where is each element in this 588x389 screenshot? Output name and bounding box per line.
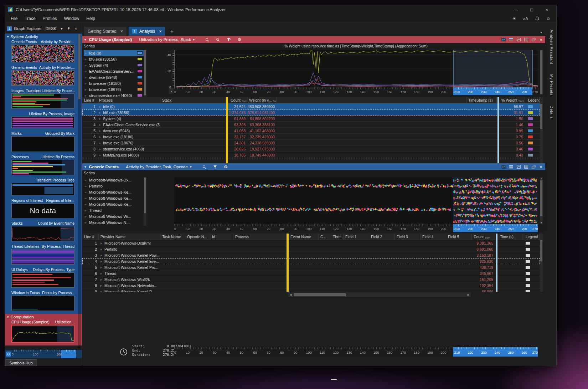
undock-icon[interactable]	[531, 164, 536, 169]
settings-icon[interactable]: ⚙	[223, 164, 228, 169]
table-row[interactable]: 1▹Microsoft-Windows-DxgKrnl9,381,365	[82, 240, 540, 246]
scrollbar-thumb[interactable]	[144, 50, 146, 95]
graph-item-marks[interactable]: MarksGrouped By Mark	[5, 131, 82, 155]
graph-thumbnail-red_bars[interactable]	[11, 272, 74, 288]
graph-thumbnail-empty[interactable]	[11, 136, 74, 152]
graph-thumbnail-nodata[interactable]: No data	[11, 203, 74, 218]
right-tab-analysis-assistant[interactable]: Analysis Assistant	[548, 26, 556, 67]
menu-profiles[interactable]: Profiles	[39, 15, 61, 22]
series-row-brave-exe-18676[interactable]: ▹brave.exe (18676)	[84, 86, 144, 92]
time-column-divider[interactable]	[497, 97, 499, 163]
close-tab-icon[interactable]: ×	[159, 29, 161, 34]
scrollbar-thumb[interactable]	[78, 34, 81, 99]
close-button[interactable]: ×	[539, 5, 554, 14]
series-splitter-chevron[interactable]: ›	[169, 88, 174, 94]
graph-item-window-in-focus[interactable]: Window in FocusFocus by Process...	[5, 291, 82, 314]
expander-icon[interactable]: ▹	[85, 190, 88, 194]
graph-thumbnail-proc_bars[interactable]	[11, 160, 74, 175]
expander-icon[interactable]: ▹	[100, 278, 103, 281]
table-row[interactable]: 6▹Thread345,967	[82, 270, 540, 276]
column-header-stack[interactable]: Stack	[160, 97, 226, 103]
cpu-chart-scrollbar[interactable]	[540, 50, 543, 95]
table-row[interactable]: 1▹Idle (0)24,6442,463,508.36090056.97	[82, 103, 540, 109]
graph-item-cpu-usage-sampled[interactable]: CPU Usage (Sampled)Utilization...	[5, 320, 82, 346]
graph-item-generic-events[interactable]: Generic EventsActivity by Provide...	[5, 40, 82, 65]
section-header-system-activity[interactable]: ▾System Activity	[5, 34, 82, 40]
column-header-opcode-n[interactable]: Opcode N...	[185, 234, 210, 240]
symbols-hub-button[interactable]: Symbols Hub	[5, 359, 37, 366]
scroll-down-icon[interactable]: ▼	[540, 221, 543, 224]
expander-icon[interactable]: ▹	[85, 221, 88, 224]
view-preset-selector[interactable]: Activity by Provider, Task, Opcode▾	[126, 165, 191, 169]
close-icon[interactable]: ×	[73, 27, 78, 31]
graph-item-images[interactable]: ImagesTransient Lifetime By Proce...	[5, 88, 82, 112]
graph-only-view-icon[interactable]	[516, 164, 521, 169]
series-row-microsoft-windows-ke[interactable]: ▹Microsoft-Windows-Ke...	[84, 189, 144, 195]
sync-time-icon[interactable]	[6, 352, 11, 357]
graph-thumbnail-cpu_line[interactable]	[11, 325, 74, 343]
graph-item-ui-delays[interactable]: UI DelaysDelays By Process, Type	[5, 267, 82, 291]
table-row[interactable]: 2▹bf6.exe (33156)1,374,0781,379,614.0314…	[82, 109, 540, 116]
undock-icon[interactable]	[531, 37, 536, 42]
close-icon[interactable]: ×	[538, 164, 544, 169]
expander-icon[interactable]: ▹	[99, 105, 102, 108]
expander-icon[interactable]: ▹	[85, 70, 88, 73]
right-tab-my-presets[interactable]: My Presets	[548, 71, 556, 99]
expander-icon[interactable]: ▹	[99, 129, 102, 133]
series-row-microsoft-windows-n[interactable]: ▹Microsoft-Windows-N...	[84, 219, 144, 225]
table-row[interactable]: 4▹EAAntiCheat.GameService.exe (3...63,39…	[82, 122, 540, 128]
expander-icon[interactable]: ▹	[100, 241, 103, 245]
series-scrollbar[interactable]	[144, 50, 146, 96]
column-header-field-1[interactable]: Field 1	[344, 234, 369, 240]
column-header-thre[interactable]: Thre...	[331, 234, 344, 240]
table-row[interactable]: 9▹Microsoft-Windows-Kernel-P...66,866	[82, 288, 540, 292]
collapse-panel-icon[interactable]: ▾	[84, 165, 86, 169]
column-header-line[interactable]: Line #	[82, 234, 99, 240]
expander-icon[interactable]: ▹	[99, 123, 102, 127]
expander-icon[interactable]: ▹	[85, 76, 88, 79]
search-icon[interactable]	[201, 164, 207, 169]
column-header-field-4[interactable]: Field 4	[421, 234, 446, 240]
graph-thumbnail-blue_bars[interactable]	[11, 183, 74, 195]
expander-icon[interactable]: ▹	[85, 209, 88, 212]
column-header-line[interactable]: Line #	[82, 97, 97, 103]
cpu-table-scrollbar[interactable]	[540, 97, 543, 163]
scrollbar-thumb[interactable]	[540, 240, 542, 261]
cpu-chart-time-ruler[interactable]: 0102030405060708090100110120130140150160…	[174, 87, 538, 95]
series-scrollbar[interactable]	[144, 177, 146, 226]
expander-icon[interactable]: ▹	[85, 57, 88, 61]
graph-thumbnail-thread_bars[interactable]	[11, 249, 74, 265]
timeline-selection-region[interactable]	[61, 350, 76, 358]
column-header-count[interactable]: CountSum	[229, 97, 247, 103]
graph-and-table-view-icon[interactable]	[508, 37, 514, 42]
section-header-computation[interactable]: ▾Computation	[5, 314, 82, 320]
graph-thumbnail-red_line[interactable]	[11, 226, 74, 241]
graph-thumbnail-purple_bars[interactable]	[11, 117, 74, 128]
table-row[interactable]: 2▹Perfinfo8,681,060	[82, 246, 540, 252]
close-tab-icon[interactable]: ×	[120, 29, 123, 34]
series-row-microsoft-windows-dx[interactable]: ▹Microsoft-Windows-Dx...	[84, 177, 144, 183]
column-header-process[interactable]: Process	[233, 234, 285, 240]
expander-icon[interactable]: ▹	[100, 260, 103, 263]
mini-timeline-ruler[interactable]: 0100200	[12, 350, 76, 358]
right-tab-details[interactable]: Details	[548, 102, 556, 122]
expander-icon[interactable]: ▹	[85, 184, 88, 188]
scrollbar-thumb[interactable]	[540, 180, 542, 216]
font-size-icon[interactable]: aA	[523, 16, 528, 21]
table-row[interactable]: 7▹brave.exe (18676)24,30124,338.5893000.…	[82, 140, 540, 146]
graph-item-lifetime-by-process-image[interactable]: Lifetime By Process, Image	[5, 112, 82, 131]
column-header-timestamp-s[interactable]: TimeStamp (s)	[466, 97, 497, 103]
graph-item-transient-process-tree[interactable]: Transient Process Tree	[5, 178, 82, 198]
series-row-bf6-exe-33156[interactable]: ▹bf6.exe (33156)	[84, 56, 144, 62]
zoom-icon[interactable]	[205, 37, 210, 42]
menu-trace[interactable]: Trace	[21, 15, 39, 22]
expander-icon[interactable]: ▹	[100, 290, 103, 292]
menu-help[interactable]: Help	[83, 15, 99, 22]
column-header-c[interactable]: C...	[319, 234, 331, 240]
series-row-steamservice-exe-4060[interactable]: ▹steamservice.exe (4060)	[84, 92, 144, 97]
chevron-down-icon[interactable]: ▾	[59, 27, 64, 31]
graph-item-stacks[interactable]: StacksCount by Event Name	[5, 221, 82, 244]
scroll-right-icon[interactable]: ▶	[466, 292, 471, 297]
table-row[interactable]: 3▹System (4)64,86964,868.8042001.50	[82, 116, 540, 122]
tab-getting-started[interactable]: Getting Started×	[84, 27, 127, 36]
